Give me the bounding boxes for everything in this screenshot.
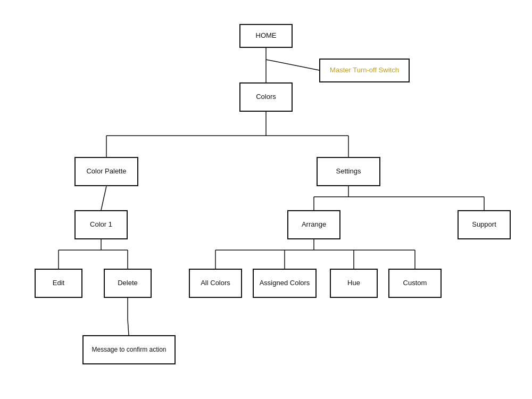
master-switch-node: Master Turn-off Switch [319, 59, 410, 82]
message-node: Message to confirm action [82, 335, 176, 364]
color1-node: Color 1 [74, 210, 128, 239]
tree-diagram: HOME Master Turn-off Switch Colors Color… [0, 0, 532, 399]
svg-line-6 [101, 186, 106, 210]
svg-line-1 [266, 60, 319, 70]
edit-node: Edit [35, 269, 82, 298]
all-colors-node: All Colors [189, 269, 242, 298]
arrange-node: Arrange [287, 210, 340, 239]
hue-node: Hue [330, 269, 378, 298]
connector-lines [0, 0, 532, 399]
support-node: Support [458, 210, 511, 239]
svg-line-22 [128, 319, 129, 335]
delete-node: Delete [104, 269, 152, 298]
settings-node: Settings [317, 157, 380, 186]
custom-node: Custom [388, 269, 442, 298]
assigned-colors-node: Assigned Colors [253, 269, 317, 298]
colors-node: Colors [239, 82, 293, 112]
home-node: HOME [239, 24, 293, 48]
color-palette-node: Color Palette [74, 157, 138, 186]
